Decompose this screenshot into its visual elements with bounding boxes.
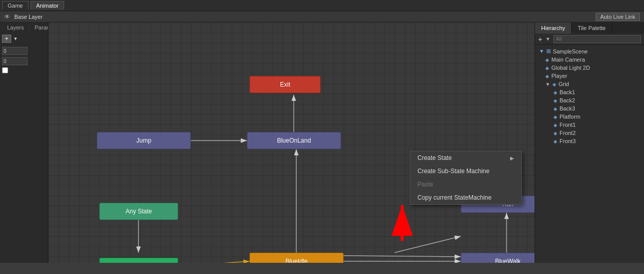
tab-hierarchy[interactable]: Hierarchy [535,22,572,34]
right-panel-toolbar: + ▼ [535,34,644,45]
cube-icon-front1: ◈ [553,122,557,128]
tree-item-main-camera[interactable]: ◈ Main Camera [535,56,644,64]
svg-line-12 [344,256,461,257]
eye-icon: 👁 [4,13,10,20]
scene-icon: ▼ [539,48,544,54]
tree-item-grid[interactable]: ▼ ◈ Grid [535,80,644,88]
cube-icon-grid: ◈ [552,81,556,87]
cube-icon-globallight: ◈ [545,65,549,71]
context-menu: Create State ▶ Create Sub-State Machine … [410,151,522,205]
cube-icon-back1: ◈ [553,90,557,95]
svg-line-11 [395,236,461,253]
tree-item-global-light-2d[interactable]: ◈ Global Light 2D [535,64,644,72]
tab-tile-palette[interactable]: Tile Palette [572,22,612,34]
node-bluewalk[interactable]: BlueWalk [461,253,535,263]
tab-game[interactable]: Game [2,1,29,10]
scene-icon-glyph: ⊞ [546,48,551,54]
right-panel: Hierarchy Tile Palette + ▼ ▼ ⊞ SampleSce… [535,22,644,263]
submenu-arrow-icon: ▶ [510,155,514,161]
node-entry[interactable]: Entry [99,258,178,263]
context-menu-create-state[interactable]: Create State ▶ [410,151,521,165]
tree-item-samplescene[interactable]: ▼ ⊞ SampleScene [535,47,644,56]
param-row-checkbox [2,67,46,73]
param-row-1 [2,47,46,55]
tree-item-front2[interactable]: ◈ Front2 [535,129,644,137]
tree-item-front3[interactable]: ◈ Front3 [535,137,644,145]
hierarchy-tree: ▼ ⊞ SampleScene ◈ Main Camera ◈ Global L… [535,45,644,263]
node-exit[interactable]: Exit [249,76,321,93]
animator-canvas[interactable]: Exit Jump BlueOnLand Any State Entry Blu… [48,22,535,263]
node-jump[interactable]: Jump [97,132,191,149]
node-anystate[interactable]: Any State [99,203,178,220]
context-menu-create-substatemachine[interactable]: Create Sub-State Machine [410,165,521,178]
main-layout: Layers Parameters + ▼ [0,22,644,263]
layers-tab[interactable]: Layers [2,24,30,31]
second-bar: 👁 Base Layer Auto Live Link [0,11,644,22]
add-param-button[interactable]: + [2,35,11,43]
param-row-2 [2,57,46,65]
tree-item-back1[interactable]: ◈ Back1 [535,88,644,96]
base-layer-label: Base Layer [14,14,43,20]
top-bar: Game Animator [0,0,644,11]
auto-live-link-button[interactable]: Auto Live Link [596,13,640,21]
tree-item-back3[interactable]: ◈ Back3 [535,104,644,113]
add-hierarchy-icon[interactable]: + [538,35,542,43]
node-blueidle[interactable]: BlueIdle [249,253,344,263]
cube-icon-front3: ◈ [553,139,557,144]
expand-grid-icon: ▼ [545,81,550,87]
cube-icon-player: ◈ [545,73,549,79]
param-input-2[interactable] [2,57,27,65]
tree-item-platform[interactable]: ◈ Platform [535,113,644,121]
cube-icon-platform: ◈ [553,114,557,120]
context-menu-copy-statemachine[interactable]: Copy current StateMachine [410,191,521,204]
tree-item-back2[interactable]: ◈ Back2 [535,96,644,104]
context-menu-paste[interactable]: Paste [410,178,521,191]
cube-icon-back3: ◈ [553,106,557,112]
right-panel-tabs: Hierarchy Tile Palette [535,22,644,34]
chevron-hierarchy-icon: ▼ [545,36,550,42]
chevron-down-icon: ▼ [13,36,18,41]
tree-item-front1[interactable]: ◈ Front1 [535,121,644,129]
param-input-1[interactable] [2,47,27,55]
hierarchy-search[interactable] [553,35,641,43]
red-arrow-annotation [387,200,417,248]
svg-line-5 [178,261,249,263]
cube-icon-front2: ◈ [553,130,557,136]
cube-icon-back2: ◈ [553,98,557,103]
tab-animator[interactable]: Animator [31,1,64,10]
node-blueonland[interactable]: BlueOnLand [247,132,341,149]
params-panel: Layers Parameters + ▼ [0,22,48,263]
param-checkbox[interactable] [2,67,8,73]
tree-item-player[interactable]: ◈ Player [535,72,644,80]
cube-icon-maincamera: ◈ [545,57,549,63]
